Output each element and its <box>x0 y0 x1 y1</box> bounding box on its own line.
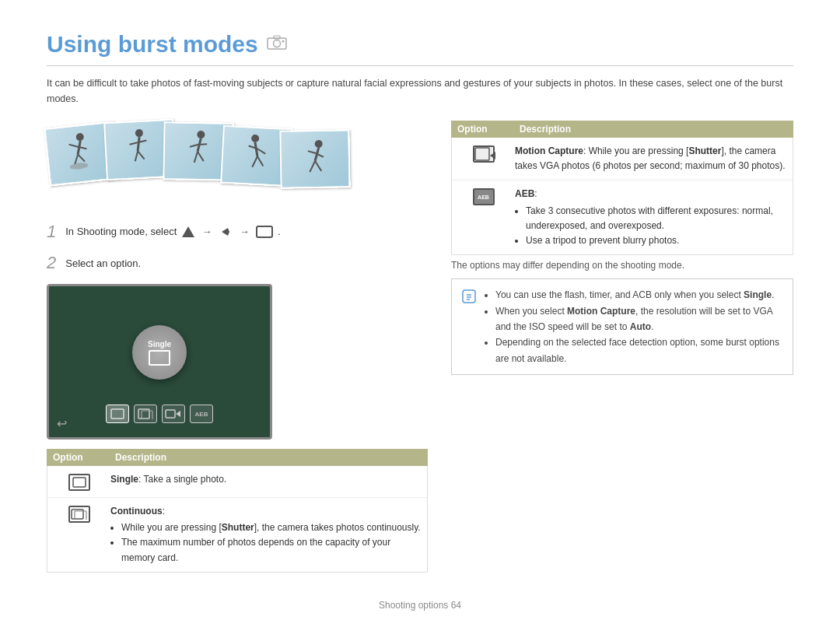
icon-continuous[interactable] <box>134 405 157 423</box>
svg-rect-48 <box>463 290 475 303</box>
burst-photo-5 <box>279 129 350 189</box>
table-row-aeb: AEB AEB: Take 3 consecutive photos with … <box>452 180 793 254</box>
icon-motion[interactable] <box>162 405 185 423</box>
svg-line-33 <box>310 161 315 172</box>
title-row: Using burst modes <box>47 31 793 66</box>
svg-point-3 <box>282 40 284 43</box>
svg-point-1 <box>273 40 280 47</box>
main-content: 1 In Shooting mode, select → → . 2 <box>47 121 793 587</box>
svg-line-21 <box>194 152 198 163</box>
step-2-number: 2 <box>47 253 56 273</box>
note-3: Depending on the selected face detection… <box>495 335 783 366</box>
icon-aeb[interactable]: AEB <box>190 405 213 423</box>
right-column: Option Description <box>451 121 793 587</box>
right-header-description: Description <box>520 124 787 135</box>
page-title: Using burst modes <box>47 31 258 58</box>
left-table-header: Option Description <box>47 449 428 466</box>
note-box: You can use the flash, timer, and ACB on… <box>451 278 793 375</box>
svg-line-15 <box>135 151 138 161</box>
svg-point-10 <box>69 162 89 170</box>
back-arrow[interactable]: ↩ <box>57 416 67 431</box>
options-differ-text: The options may differ depending on the … <box>451 260 793 271</box>
single-icon-cell <box>54 472 104 491</box>
left-table: Option Description Single: Take a single… <box>47 449 428 573</box>
svg-marker-42 <box>176 411 180 417</box>
svg-line-8 <box>74 155 79 164</box>
svg-rect-41 <box>166 410 175 418</box>
svg-line-6 <box>69 144 77 148</box>
svg-line-13 <box>130 142 138 145</box>
note-content: You can use the flash, timer, and ACB on… <box>483 287 783 366</box>
left-header-description: Description <box>115 452 422 463</box>
svg-point-4 <box>75 133 84 142</box>
right-table-header: Option Description <box>451 121 793 138</box>
single-icon <box>149 350 170 366</box>
svg-marker-47 <box>490 152 495 159</box>
table-row-continuous: Continuous: While you are pressing [Shut… <box>47 498 427 572</box>
step-2: 2 Select an option. <box>47 253 428 273</box>
step-1-line: 1 In Shooting mode, select → → . <box>47 222 428 242</box>
table-row-motion: Motion Capture: While you are pressing [… <box>452 138 793 180</box>
aeb-bullet-1: Take 3 consecutive photos with different… <box>526 204 786 233</box>
svg-marker-36 <box>222 228 229 236</box>
aeb-mode-icon: AEB <box>473 188 495 205</box>
svg-line-9 <box>78 154 85 163</box>
svg-rect-2 <box>274 36 280 39</box>
continuous-bullet-2: The maximum number of photos depends on … <box>121 535 421 565</box>
motion-description: Motion Capture: While you are pressing [… <box>515 144 786 173</box>
continuous-mode-icon <box>68 506 90 523</box>
right-table-body: Motion Capture: While you are pressing [… <box>451 138 793 255</box>
continuous-description: Continuous: While you are pressing [Shut… <box>110 504 421 566</box>
bottom-icons-row: AEB <box>106 405 213 423</box>
note-icon <box>461 288 477 366</box>
burst-photos-strip <box>47 121 428 206</box>
aeb-icon-cell: AEB <box>458 187 509 205</box>
svg-point-23 <box>251 135 260 143</box>
continuous-bullet-1: While you are pressing [Shutter], the ca… <box>121 520 421 535</box>
left-table-body: Single: Take a single photo. <box>47 466 428 573</box>
camera-icon <box>266 33 288 55</box>
motion-icon-cell <box>458 144 509 163</box>
step-2-text: Select an option. <box>65 257 141 269</box>
svg-rect-37 <box>257 226 272 237</box>
step-1: 1 In Shooting mode, select → → . <box>47 222 428 242</box>
note-1: You can use the flash, timer, and ACB on… <box>495 287 783 303</box>
svg-point-17 <box>197 131 205 138</box>
svg-rect-38 <box>111 409 124 419</box>
svg-rect-46 <box>475 148 489 160</box>
svg-line-19 <box>190 145 198 147</box>
aeb-bullet-2: Use a tripod to prevent blurry photos. <box>526 233 786 248</box>
svg-line-22 <box>198 152 204 161</box>
note-2: When you select Motion Capture, the reso… <box>495 303 783 335</box>
single-description: Single: Take a single photo. <box>110 472 421 487</box>
aeb-description: AEB: Take 3 consecutive photos with diff… <box>515 187 786 248</box>
svg-rect-43 <box>73 478 86 487</box>
single-button: Single <box>132 325 187 380</box>
step-1-number: 1 <box>47 222 56 242</box>
svg-line-27 <box>252 156 257 167</box>
intro-text: It can be difficult to take photos of fa… <box>47 75 793 107</box>
footer: Shooting options 64 <box>47 595 793 611</box>
svg-point-29 <box>315 140 323 148</box>
svg-line-34 <box>315 161 321 171</box>
svg-marker-35 <box>182 226 194 237</box>
svg-line-12 <box>137 137 140 151</box>
camera-screen-inner: Single <box>49 286 270 437</box>
icon-single[interactable] <box>106 405 129 423</box>
single-mode-icon <box>68 474 90 491</box>
svg-line-16 <box>138 151 145 159</box>
step-1-text: In Shooting mode, select → → . <box>65 226 280 239</box>
svg-line-31 <box>308 151 316 153</box>
right-table: Option Description <box>451 121 793 255</box>
continuous-icon-cell <box>54 504 104 523</box>
right-header-option: Option <box>457 124 520 135</box>
step-2-line: 2 Select an option. <box>47 253 428 273</box>
svg-point-11 <box>135 129 144 138</box>
page: Using burst modes It can be difficult to… <box>0 0 840 634</box>
svg-line-26 <box>257 149 265 154</box>
svg-line-28 <box>257 156 264 166</box>
left-header-option: Option <box>53 452 115 463</box>
camera-screen: Single <box>47 284 272 440</box>
single-label: Single <box>148 340 171 349</box>
motion-mode-icon <box>473 145 495 163</box>
